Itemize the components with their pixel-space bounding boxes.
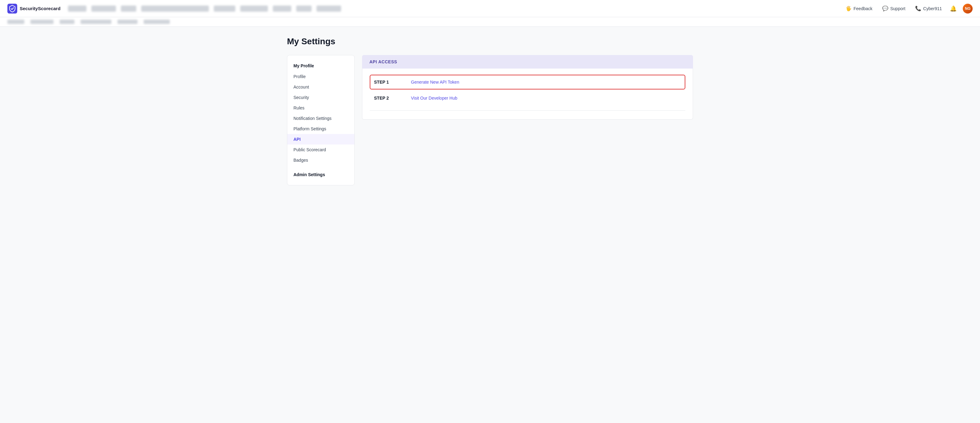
- sidebar-item-rules[interactable]: Rules: [287, 103, 354, 113]
- blur-sec-item: [118, 20, 137, 24]
- section-divider: [370, 110, 685, 111]
- main-content-area: API ACCESS STEP 1 Generate New API Token…: [362, 55, 693, 120]
- brand-name: SecurityScorecard: [20, 6, 60, 11]
- blur-sec-item: [7, 20, 24, 24]
- support-label: Support: [890, 6, 905, 11]
- sidebar-item-profile[interactable]: Profile: [287, 71, 354, 82]
- blur-search-bar: [141, 6, 209, 12]
- step1-row: STEP 1 Generate New API Token: [370, 75, 685, 89]
- blur-nav-item: [273, 6, 291, 12]
- developer-hub-link[interactable]: Visit Our Developer Hub: [411, 96, 457, 100]
- blur-sec-item: [30, 20, 54, 24]
- feedback-button[interactable]: 🖐 Feedback: [844, 4, 874, 13]
- cyber911-button[interactable]: 📞 Cyber911: [913, 4, 944, 13]
- user-avatar[interactable]: NG: [963, 4, 973, 14]
- my-profile-header: My Profile: [287, 60, 354, 71]
- blur-nav-item: [240, 6, 268, 12]
- page-content: My Settings My Profile Profile Account S…: [275, 27, 705, 195]
- sidebar-item-badges[interactable]: Badges: [287, 155, 354, 165]
- step2-label: STEP 2: [374, 96, 411, 100]
- blur-nav-item: [317, 6, 341, 12]
- step2-row: STEP 2 Visit Our Developer Hub: [370, 91, 685, 105]
- sidebar-item-security[interactable]: Security: [287, 92, 354, 103]
- api-access-body: STEP 1 Generate New API Token STEP 2 Vis…: [362, 68, 693, 120]
- blur-nav-item: [91, 6, 116, 12]
- blur-sec-item: [144, 20, 170, 24]
- admin-settings-header: Admin Settings: [287, 169, 354, 180]
- support-button[interactable]: 💬 Support: [880, 4, 907, 13]
- top-navigation: SecurityScorecard 🖐 Feedback 💬 Support 📞…: [0, 0, 980, 17]
- logo-icon: [7, 4, 17, 14]
- blur-nav-item: [68, 6, 86, 12]
- blur-nav-item: [121, 6, 136, 12]
- settings-layout: My Profile Profile Account Security Rule…: [287, 55, 693, 185]
- sidebar-item-platform-settings[interactable]: Platform Settings: [287, 124, 354, 134]
- api-access-header: API ACCESS: [362, 55, 693, 68]
- feedback-label: Feedback: [854, 6, 872, 11]
- blur-sec-item: [60, 20, 75, 24]
- nav-right-area: 🖐 Feedback 💬 Support 📞 Cyber911 🔔 NG: [844, 4, 973, 14]
- notifications-bell[interactable]: 🔔: [950, 5, 957, 12]
- sidebar-item-notification-settings[interactable]: Notification Settings: [287, 113, 354, 124]
- blur-nav-item: [296, 6, 312, 12]
- nav-blurred-items: [68, 6, 844, 12]
- secondary-navigation: [0, 17, 980, 27]
- blur-sec-item: [81, 20, 111, 24]
- logo-area[interactable]: SecurityScorecard: [7, 4, 60, 14]
- sidebar-item-api[interactable]: API: [287, 134, 354, 144]
- phone-icon: 📞: [915, 6, 921, 11]
- blur-nav-item: [214, 6, 235, 12]
- settings-sidebar: My Profile Profile Account Security Rule…: [287, 55, 355, 185]
- generate-api-token-link[interactable]: Generate New API Token: [411, 79, 459, 84]
- sidebar-item-public-scorecard[interactable]: Public Scorecard: [287, 144, 354, 155]
- feedback-icon: 🖐: [846, 6, 852, 11]
- sidebar-item-account[interactable]: Account: [287, 82, 354, 92]
- support-icon: 💬: [882, 6, 888, 11]
- cyber911-label: Cyber911: [923, 6, 942, 11]
- page-title: My Settings: [287, 36, 693, 46]
- step1-label: STEP 1: [374, 79, 411, 84]
